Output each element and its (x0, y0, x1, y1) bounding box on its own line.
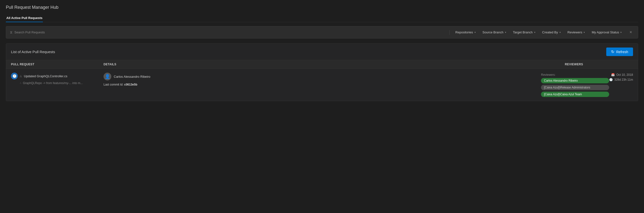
branch-text: GraphQLRepo -> from features/my-... into… (23, 82, 83, 85)
approval-status-chevron: ▾ (620, 31, 622, 34)
approval-status-label: My Approval Status (592, 30, 619, 34)
avatar-icon: 🕐 (12, 74, 16, 78)
reviewer-author-row: 👤 Carlos Alessandro Ribeiro (104, 72, 541, 80)
refresh-button[interactable]: ↻ Refresh (606, 48, 633, 56)
calendar-icon: 📅 (611, 73, 615, 76)
reviewers-cell: Reviewers: Carlos Alessandro Ribeiro [Ca… (541, 72, 609, 97)
filter-funnel-icon: ⧖ (10, 30, 12, 34)
reviewer-badge-2: [Caixa Azul]\Release Administrators (541, 85, 609, 90)
filter-dropdowns: Repositories ▾ Source Branch ▾ Target Br… (452, 29, 634, 36)
tab-active-pull-requests[interactable]: All Active Pull Requests (6, 14, 43, 22)
filter-bar: ⧖ Search Pull Requests Repositories ▾ So… (6, 26, 638, 38)
avatar: 🕐 (11, 72, 18, 80)
filter-source-branch[interactable]: Source Branch ▾ (480, 29, 509, 36)
col-details: Details (104, 63, 565, 66)
date-cell: 📅 Oct 10, 2018 🕐 328d 23h 11m (609, 72, 633, 82)
reviewer-badge-1: Carlos Alessandro Ribeiro (541, 78, 609, 83)
pr-cell: 🕐 ⑃ Updated GraphQLController.cs ⑃ Graph… (11, 72, 104, 85)
repositories-label: Repositories (456, 30, 473, 34)
duration-row: 🕐 328d 23h 11m (609, 78, 633, 82)
list-header: List of Active Pull Requests ↻ Refresh (6, 44, 638, 60)
commit-id-label: Last commit Id: (104, 83, 123, 86)
pr-title-row: 🕐 ⑃ Updated GraphQLController.cs (11, 72, 104, 80)
pr-list-section: List of Active Pull Requests ↻ Refresh P… (6, 44, 638, 101)
date-row: 📅 Oct 10, 2018 (611, 73, 633, 76)
pr-branch-icon: ⑃ (20, 74, 22, 78)
commit-hash: c0613e5b (124, 83, 137, 86)
table-header: Pull Request Details Reviewers (6, 60, 638, 69)
list-title: List of Active Pull Requests (11, 50, 55, 54)
pr-title[interactable]: Updated GraphQLController.cs (24, 74, 67, 78)
pr-branch-info: ⑃ GraphQLRepo -> from features/my-... in… (20, 82, 104, 85)
col-pull-request: Pull Request (11, 63, 104, 66)
details-cell: 👤 Carlos Alessandro Ribeiro Last commit … (104, 72, 541, 86)
filter-reviewers[interactable]: Reviewers ▾ (564, 29, 588, 36)
source-branch-chevron: ▾ (505, 31, 506, 34)
reviewer-badge-3: [Caixa Azul]\Caixa Azul Team (541, 92, 609, 97)
created-by-label: Created By (542, 30, 558, 34)
filter-search[interactable]: ⧖ Search Pull Requests (10, 30, 446, 34)
filter-approval-status[interactable]: My Approval Status ▾ (589, 29, 624, 36)
refresh-label: Refresh (616, 50, 628, 54)
commit-id-row: Last commit Id: c0613e5b (104, 83, 541, 86)
app-title: Pull Request Manager Hub (6, 5, 638, 10)
repositories-chevron: ▾ (474, 31, 476, 34)
source-branch-label: Source Branch (482, 30, 504, 34)
created-by-chevron: ▾ (560, 31, 561, 34)
filter-repositories[interactable]: Repositories ▾ (452, 29, 478, 36)
target-branch-chevron: ▾ (534, 31, 535, 34)
tab-bar: All Active Pull Requests (6, 14, 638, 22)
table-row: 🕐 ⑃ Updated GraphQLController.cs ⑃ Graph… (6, 69, 638, 101)
author-avatar: 👤 (104, 72, 111, 80)
filter-target-branch[interactable]: Target Branch ▾ (510, 29, 538, 36)
search-placeholder-text: Search Pull Requests (14, 30, 45, 34)
filter-divider (450, 30, 450, 35)
reviewers-filter-label: Reviewers (568, 30, 582, 34)
duration-value: 328d 23h 11m (614, 78, 633, 82)
author-name: Carlos Alessandro Ribeiro (114, 75, 150, 78)
reviewers-chevron: ▾ (584, 31, 585, 34)
col-reviewers: Reviewers (565, 63, 633, 66)
filter-created-by[interactable]: Created By ▾ (539, 29, 564, 36)
branch-fork-icon: ⑃ (20, 82, 22, 84)
date-value: Oct 10, 2018 (616, 73, 633, 76)
clock-icon: 🕐 (609, 78, 613, 82)
reviewers-label: Reviewers: (541, 73, 609, 76)
refresh-icon: ↻ (611, 50, 614, 54)
filter-clear-button[interactable]: × (628, 29, 634, 36)
target-branch-label: Target Branch (513, 30, 533, 34)
